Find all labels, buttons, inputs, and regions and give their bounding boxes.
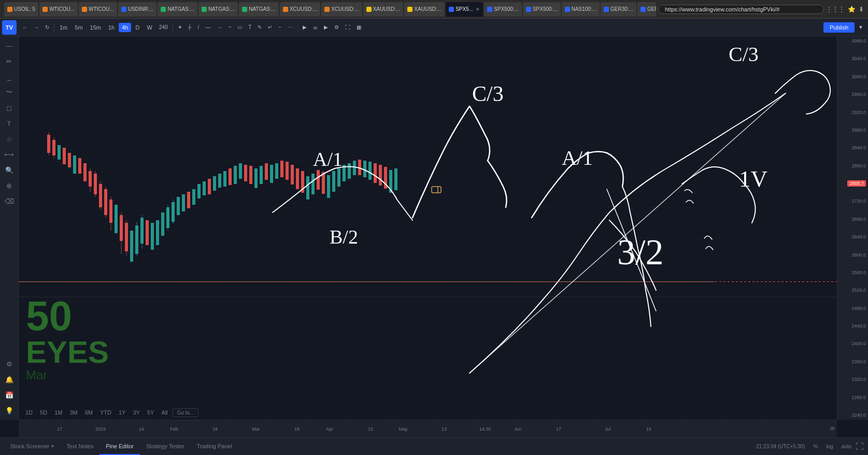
log-toggle[interactable]: log	[826, 444, 833, 449]
browser-tab-12[interactable]: SPX500:...	[484, 2, 522, 17]
svg-rect-53	[306, 176, 309, 200]
tf-15m[interactable]: 15m	[87, 23, 104, 32]
settings-btn[interactable]: ⚙	[332, 23, 341, 32]
tool-text[interactable]: T	[246, 23, 254, 32]
browser-tab-9[interactable]: XAUUSD:...	[363, 2, 404, 17]
left-calendar-btn[interactable]: 📅	[2, 388, 17, 402]
time-label-2: 14	[139, 426, 144, 432]
bottom-tab-text-notes[interactable]: Text Notes	[60, 438, 99, 455]
fullscreen-btn[interactable]: ⛶	[343, 23, 353, 32]
browser-tab-11[interactable]: SPX5...✕	[446, 2, 483, 17]
tool-measure[interactable]: ↵	[265, 23, 275, 32]
tf-1y[interactable]: 1Y	[116, 408, 128, 417]
tf-5m[interactable]: 5m	[72, 23, 86, 32]
browser-tab-15[interactable]: GER30:...	[601, 2, 636, 17]
left-alert-btn[interactable]: 🔔	[2, 372, 17, 387]
tool-horizontal[interactable]: —	[203, 23, 213, 32]
tf-1m[interactable]: 1M	[52, 408, 65, 417]
tool-rect[interactable]: ▭	[235, 23, 245, 32]
svg-rect-66	[374, 163, 377, 183]
left-line-btn[interactable]: ⎯	[2, 69, 17, 84]
tv-toolbar: TV ← → ↻ 1m 5m 15m 1h 4h D W 240 ✦ ┼ / —…	[0, 19, 868, 36]
publish-button[interactable]: Publish	[823, 22, 855, 33]
tf-d[interactable]: D	[132, 23, 143, 32]
tf-1d[interactable]: 1D	[23, 408, 35, 417]
forward-btn[interactable]: →	[31, 23, 41, 32]
bottom-tab-trading-panel[interactable]: Trading Panel	[191, 438, 238, 455]
back-btn[interactable]: ←	[20, 23, 30, 32]
left-text-btn[interactable]: T	[2, 116, 17, 131]
tf-5d[interactable]: 5D	[37, 408, 50, 417]
left-icons-btn[interactable]: ☆	[2, 132, 17, 146]
left-fib-btn[interactable]: 〜	[2, 85, 17, 99]
tool-crosshair[interactable]: ┼	[186, 23, 194, 32]
browser-action-2[interactable]: ⬇	[859, 6, 864, 13]
price-level-19: 2320.0	[839, 377, 866, 382]
price-level-11: 2640.0	[839, 234, 866, 239]
tf-6m[interactable]: 6M	[82, 408, 95, 417]
alerts-btn[interactable]: ⚌	[310, 23, 320, 32]
refresh-btn[interactable]: ↻	[42, 23, 52, 32]
tf-all[interactable]: All	[159, 408, 170, 417]
tf-ytd[interactable]: YTD	[97, 408, 114, 417]
tf-4h[interactable]: 4h	[119, 23, 131, 32]
replay-btn[interactable]: ▶	[321, 23, 331, 32]
address-bar[interactable]	[658, 5, 824, 14]
browser-tab-13[interactable]: SPX500:...	[523, 2, 561, 17]
browser-tab-8[interactable]: XCUUSD:...	[321, 2, 362, 17]
tool-brush[interactable]: ✎	[255, 23, 264, 32]
tf-3m[interactable]: 3M	[67, 408, 80, 417]
tf-1m[interactable]: 1m	[56, 23, 70, 32]
browser-tab-7[interactable]: XCUUSD:...	[280, 2, 320, 17]
price-level-12: 2600.0	[839, 252, 866, 258]
left-magnet-btn[interactable]: ⊕	[2, 178, 17, 193]
left-cursor-btn[interactable]: ⸻	[2, 38, 17, 53]
time-zoom-btn[interactable]: ⟳	[830, 425, 835, 432]
tf-code[interactable]: 240	[156, 23, 170, 32]
browser-action-0[interactable]: ⋮⋮⋮	[826, 6, 845, 13]
browser-tab-2[interactable]: WTICOU...	[79, 2, 117, 17]
browser-tab-4[interactable]: NATGAS:...	[158, 2, 197, 17]
left-settings-btn[interactable]: ⚙	[2, 357, 17, 371]
browser-tab-0[interactable]: USOIL: 5	[4, 2, 38, 17]
left-pencil-btn[interactable]: ✏	[2, 54, 17, 68]
tv-logo[interactable]: TV	[2, 20, 17, 35]
tool-fib[interactable]: ~	[225, 23, 234, 32]
time-label-14: Jul	[605, 426, 611, 432]
price-level-13: 2560.0	[839, 270, 866, 275]
indicators-btn[interactable]: ▶	[300, 23, 309, 32]
publish-dropdown[interactable]: ▼	[856, 23, 866, 32]
snapshot-btn[interactable]: ▦	[354, 23, 364, 32]
browser-tab-5[interactable]: NATGAS:...	[198, 2, 238, 17]
tool-more[interactable]: ⋯	[285, 23, 295, 32]
browser-action-1[interactable]: ⭐	[848, 6, 856, 13]
tool-ray[interactable]: →	[214, 23, 224, 32]
left-eraser-btn[interactable]: ⌫	[2, 194, 17, 208]
left-measure-btn[interactable]: ⟷	[2, 147, 17, 162]
browser-tab-6[interactable]: NATGAS:...	[239, 2, 279, 17]
tf-w[interactable]: W	[144, 23, 155, 32]
tf-5y[interactable]: 5Y	[145, 408, 156, 417]
tf-1h[interactable]: 1h	[105, 23, 118, 32]
fullscreen-status-btn[interactable]: ⛶	[856, 442, 864, 451]
chart-area[interactable]: C/3 A/1 B/2 A/1 3/2	[19, 36, 837, 420]
bottom-tab-pine-editor[interactable]: Pine Editor	[99, 438, 140, 455]
tool-trendline[interactable]: /	[195, 23, 202, 32]
pct-toggle[interactable]: %	[813, 444, 818, 449]
browser-tab-10[interactable]: XAUUSD:...	[404, 2, 445, 17]
browser-tab-14[interactable]: NAS100:...	[562, 2, 600, 17]
browser-tab-1[interactable]: WTICOU...	[39, 2, 78, 17]
bottom-tab-stock-screener[interactable]: Stock Screener▾	[4, 438, 60, 455]
tool-cursor[interactable]: ✦	[175, 23, 184, 32]
left-ideas-btn[interactable]: 💡	[2, 403, 17, 418]
left-zoom-btn[interactable]: 🔍	[2, 163, 17, 177]
tf-3y[interactable]: 3Y	[130, 408, 142, 417]
left-shape-btn[interactable]: ◻	[2, 101, 17, 115]
svg-rect-64	[363, 161, 366, 177]
tool-zoom[interactable]: −	[276, 23, 284, 32]
browser-tab-16[interactable]: GER30:...	[637, 2, 656, 17]
auto-toggle[interactable]: auto	[842, 444, 851, 449]
goto-btn[interactable]: Go to...	[173, 408, 199, 417]
bottom-tab-strategy-tester[interactable]: Strategy Tester	[140, 438, 191, 455]
browser-tab-3[interactable]: USDINR:...	[118, 2, 156, 17]
